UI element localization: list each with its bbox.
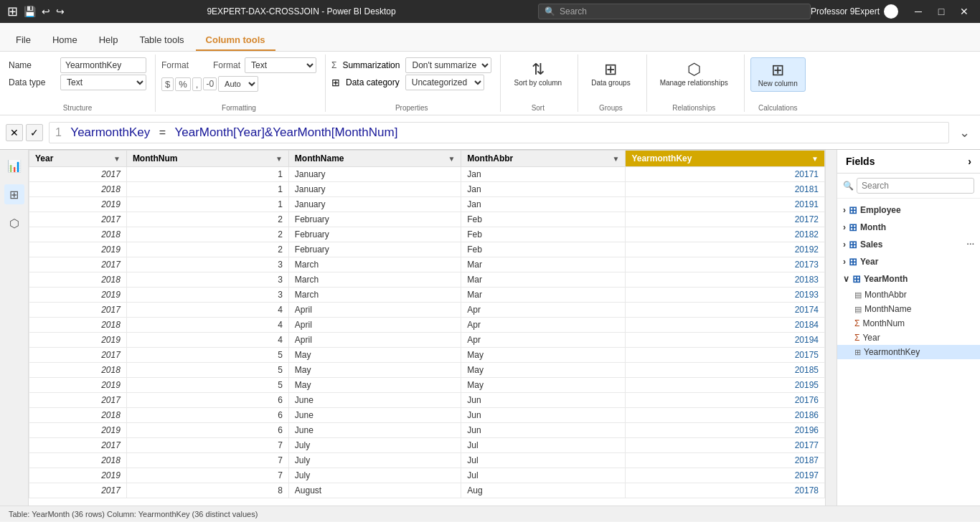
field-monthabbr[interactable]: ▤ MonthAbbr: [837, 288, 980, 302]
table-cell: 2018: [29, 272, 127, 288]
summarization-select[interactable]: Don't summarize: [405, 57, 491, 73]
sales-options-icon[interactable]: ⋯: [966, 240, 974, 250]
col-year-filter[interactable]: ▼: [113, 155, 121, 163]
table-cell: 20177: [626, 438, 825, 453]
field-group-year[interactable]: › ⊞ Year: [837, 253, 980, 270]
tab-home[interactable]: Home: [42, 30, 88, 51]
data-groups-btn[interactable]: ⊞ Data groups: [584, 57, 637, 90]
field-group-employee[interactable]: › ⊞ Employee: [837, 201, 980, 219]
sales-group-header[interactable]: › ⊞ Sales ⋯: [837, 236, 980, 253]
col-monthname-label: MonthName: [295, 153, 344, 163]
table-row: 20181JanuaryJan20181: [29, 182, 825, 197]
formula-expand-btn[interactable]: ⌄: [955, 123, 974, 142]
col-monthabbr[interactable]: MonthAbbr ▼: [461, 151, 626, 167]
table-cell: May: [288, 378, 461, 393]
table-scrollbar[interactable]: [825, 150, 837, 506]
yearmonth-group-header[interactable]: ∨ ⊞ YearMonth: [837, 270, 980, 288]
table-cell: June: [288, 408, 461, 423]
name-label: Name: [9, 60, 57, 70]
table-cell: Jul: [461, 453, 626, 468]
table-container[interactable]: Year ▼ MonthNum ▼ MonthN: [29, 150, 825, 506]
table-cell: 6: [126, 393, 288, 408]
table-cell: May: [288, 348, 461, 363]
table-cell: 20173: [626, 257, 825, 272]
close-btn[interactable]: ✕: [956, 3, 973, 20]
relationships-label: Relationships: [653, 101, 735, 112]
manage-relationships-btn[interactable]: ⬡ Manage relationships: [653, 57, 735, 90]
field-year[interactable]: Σ Year: [837, 331, 980, 345]
properties-group: Σ Summarization Don't summarize ⊞ Data c…: [329, 54, 501, 112]
field-group-sales[interactable]: › ⊞ Sales ⋯: [837, 236, 980, 253]
monthnum-label: MonthNum: [862, 318, 905, 328]
report-view-icon[interactable]: 📊: [4, 156, 24, 176]
field-yearmonthkey[interactable]: ⊞ YearmonthKey: [837, 345, 980, 359]
panel-expand-icon[interactable]: ›: [968, 156, 971, 167]
new-column-label: New column: [758, 80, 798, 88]
formula-confirm-btn[interactable]: ✓: [26, 124, 43, 141]
relationships-icon: ⬡: [687, 60, 701, 79]
table-cell: April: [288, 333, 461, 348]
fields-search-input[interactable]: [857, 178, 974, 194]
undo-btn[interactable]: ↩: [42, 6, 50, 17]
col-year[interactable]: Year ▼: [29, 151, 127, 167]
datacategory-icon: ⊞: [331, 77, 340, 88]
table-cell: 20187: [626, 453, 825, 468]
table-cell: 20184: [626, 318, 825, 333]
formula-cancel-btn[interactable]: ✕: [6, 124, 23, 141]
sales-table-icon: ⊞: [849, 239, 857, 250]
employee-group-header[interactable]: › ⊞ Employee: [837, 201, 980, 219]
data-view-icon[interactable]: ⊞: [4, 184, 24, 204]
field-group-month[interactable]: › ⊞ Month: [837, 219, 980, 236]
sigma-icon: Σ: [331, 60, 336, 70]
tab-table-tools[interactable]: Table tools: [129, 30, 194, 51]
table-cell: June: [288, 423, 461, 438]
table-cell: March: [288, 272, 461, 288]
table-cell: February: [288, 227, 461, 242]
table-cell: 2018: [29, 363, 127, 378]
year-group-header[interactable]: › ⊞ Year: [837, 253, 980, 270]
redo-btn[interactable]: ↪: [56, 6, 65, 17]
model-view-icon[interactable]: ⬡: [4, 213, 24, 233]
col-monthname-filter[interactable]: ▼: [448, 155, 455, 163]
datatype-select[interactable]: Text: [60, 75, 146, 90]
ribbon: File Home Help Table tools Column tools …: [0, 23, 980, 115]
col-yearmonthkey[interactable]: YearmonthKey ▼: [626, 151, 825, 167]
tab-file[interactable]: File: [6, 30, 41, 51]
field-group-yearmonth[interactable]: ∨ ⊞ YearMonth ▤ MonthAbbr ▤ MonthName Σ …: [837, 270, 980, 359]
table-cell: Mar: [461, 257, 626, 272]
field-monthname[interactable]: ▤ MonthName: [837, 302, 980, 316]
fields-search-icon: 🔍: [843, 181, 854, 191]
quick-save[interactable]: 💾: [24, 6, 36, 17]
left-sidebar: 📊 ⊞ ⬡: [0, 150, 29, 506]
tab-column-tools[interactable]: Column tools: [196, 30, 275, 51]
fields-list: › ⊞ Employee › ⊞ Month › ⊞ Sales ⋯: [837, 199, 980, 362]
auto-select[interactable]: Auto: [218, 76, 258, 92]
datacategory-select[interactable]: Uncategorized: [405, 75, 484, 90]
name-input[interactable]: [60, 57, 146, 73]
table-row: 20177JulyJul20177: [29, 438, 825, 453]
table-cell: Feb: [461, 212, 626, 227]
table-cell: 7: [126, 438, 288, 453]
title-search-bar[interactable]: 🔍 Search: [538, 4, 811, 19]
table-cell: 2017: [29, 348, 127, 363]
col-monthnum-filter[interactable]: ▼: [275, 155, 283, 163]
sort-by-column-btn[interactable]: ⇅ Sort by column: [507, 57, 569, 90]
col-yearmonthkey-filter[interactable]: ▼: [811, 155, 819, 163]
formula-input[interactable]: 1 YearmonthKey = YearMonth[Year]&YearMon…: [49, 122, 949, 143]
tab-help[interactable]: Help: [89, 30, 128, 51]
month-group-header[interactable]: › ⊞ Month: [837, 219, 980, 236]
format-sigil: Format: [213, 60, 240, 70]
col-monthname[interactable]: MonthName ▼: [288, 151, 461, 167]
table-cell: 2019: [29, 423, 127, 438]
field-monthnum[interactable]: Σ MonthNum: [837, 316, 980, 331]
new-column-btn[interactable]: ⊞ New column: [750, 57, 806, 92]
table-cell: 20171: [626, 167, 825, 182]
col-monthabbr-filter[interactable]: ▼: [613, 155, 620, 163]
table-cell: 2019: [29, 378, 127, 393]
col-monthnum[interactable]: MonthNum ▼: [126, 151, 288, 167]
format-select[interactable]: Text: [245, 57, 316, 73]
minimize-btn[interactable]: ─: [910, 3, 927, 20]
maximize-btn[interactable]: □: [933, 3, 950, 20]
table-cell: 8: [126, 483, 288, 498]
table-row: 20196JuneJun20196: [29, 423, 825, 438]
